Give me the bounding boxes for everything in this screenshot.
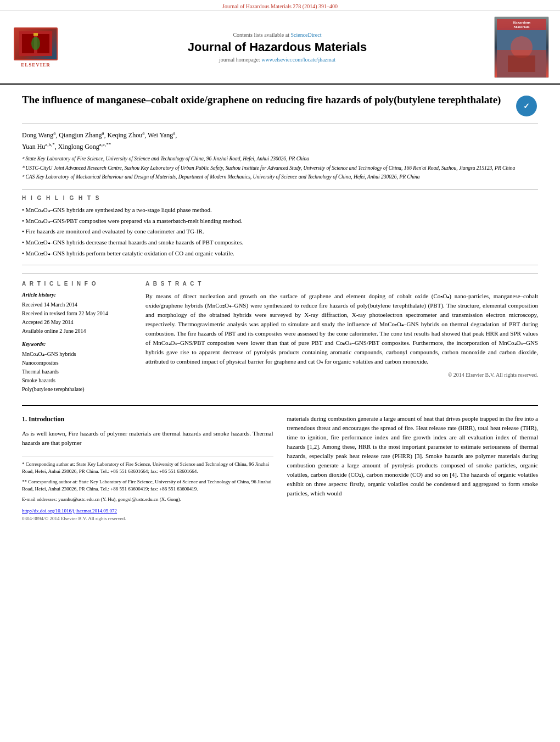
- article-info: A R T I C L E I N F O Article history: R…: [22, 280, 132, 394]
- crossmark-icon: ✓: [516, 96, 538, 118]
- page: Journal of Hazardous Materials 278 (2014…: [0, 0, 560, 742]
- abstract-section: A B S T R A C T By means of direct nucle…: [145, 280, 538, 394]
- keyword-1: MnCo₂O₄–GNS hybrids: [22, 350, 132, 359]
- author-yuan-hu: Yuan Hua,b,*,: [22, 143, 58, 150]
- svg-rect-4: [33, 33, 38, 36]
- svg-point-7: [511, 36, 533, 58]
- doi-line: http://dx.doi.org/10.1016/j.jhazmat.2014…: [22, 507, 273, 515]
- header-center: Contents lists available at ScienceDirec…: [66, 16, 489, 78]
- intro-right-text: materials during combustion generate a l…: [287, 414, 539, 498]
- introduction-heading: 1. Introduction: [22, 414, 273, 425]
- intro-left-text: As is well known, Fire hazards of polyme…: [22, 429, 273, 448]
- article-info-label: A R T I C L E I N F O: [22, 280, 132, 288]
- article-history-dates: Received 14 March 2014 Received in revis…: [22, 300, 132, 336]
- highlight-item-4: MnCo₂O₄–GNS hybrids decrease thermal haz…: [22, 238, 538, 248]
- accepted-date: Accepted 26 May 2014: [22, 318, 132, 327]
- journal-top-bar: Journal of Hazardous Materials 278 (2014…: [0, 0, 560, 11]
- highlights-label: H I G H L I G H T S: [22, 195, 538, 201]
- available-date: Available online 2 June 2014: [22, 327, 132, 336]
- highlight-item-5: MnCo₂O₄–GNS hybrids perform better catal…: [22, 249, 538, 259]
- main-content: The influence of manganese–cobalt oxide/…: [0, 85, 560, 531]
- authors: Dong Wanga, Qiangjun Zhanga, Keqing Zhou…: [22, 129, 538, 152]
- homepage-link[interactable]: www.elsevier.com/locate/jhazmat: [261, 57, 335, 63]
- article-history-label: Article history:: [22, 291, 132, 299]
- affiliations: ᵃ State Key Laboratory of Fire Science, …: [22, 155, 538, 181]
- keywords-label: Keywords:: [22, 340, 132, 348]
- affiliation-a: ᵃ State Key Laboratory of Fire Science, …: [22, 155, 538, 163]
- author-wei-yang: Wei Yanga,: [148, 131, 177, 139]
- received-date: Received 14 March 2014: [22, 300, 132, 309]
- abstract-text: By means of direct nucleation and growth…: [145, 292, 538, 366]
- body-right-column: materials during combustion generate a l…: [287, 414, 539, 522]
- abstract-label: A B S T R A C T: [145, 280, 538, 288]
- highlight-item-1: MnCo₂O₄–GNS hybrids are synthesized by a…: [22, 205, 538, 215]
- issn-line: 0304-3894/© 2014 Elsevier B.V. All right…: [22, 515, 273, 523]
- elsevier-text: ELSEVIER: [21, 62, 51, 68]
- svg-rect-8: [508, 55, 535, 72]
- highlights-list: MnCo₂O₄–GNS hybrids are synthesized by a…: [22, 205, 538, 258]
- copyright-line: © 2014 Elsevier B.V. All rights reserved…: [145, 371, 538, 380]
- highlight-item-2: MnCo₂O₄–GNS/PBT composites were prepared…: [22, 216, 538, 226]
- author-keqing-zhou: Keqing Zhoua,: [107, 131, 147, 139]
- email-line-text: E-mail addresses: yuanhu@ustc.edu.cn (Y.…: [22, 496, 181, 502]
- affiliation-b: ᵇ USTC-CityU Joint Advanced Research Cen…: [22, 164, 538, 172]
- journal-cover-image: HazardousMaterials: [494, 16, 549, 78]
- highlight-item-3: Fire hazards are monitored and evaluated…: [22, 227, 538, 237]
- sciencedirect-link[interactable]: ScienceDirect: [290, 32, 321, 38]
- body-left-column: 1. Introduction As is well known, Fire h…: [22, 414, 273, 522]
- keyword-4: Smoke hazards: [22, 376, 132, 385]
- article-title: The influence of manganese–cobalt oxide/…: [22, 93, 511, 108]
- footnote-star2-label: ** Corresponding author at:: [22, 479, 77, 484]
- affiliation-c: ᶜ CAS Key Laboratory of Mechanical Behav…: [22, 173, 538, 181]
- journal-title: Journal of Hazardous Materials: [66, 40, 489, 54]
- keyword-2: Nanocomposites: [22, 359, 132, 367]
- svg-text:✓: ✓: [523, 102, 530, 110]
- contents-available: Contents lists available at ScienceDirec…: [66, 32, 489, 38]
- footnotes-area: * Corresponding author at: State Key Lab…: [22, 456, 273, 523]
- header-area: ELSEVIER Contents lists available at Sci…: [0, 11, 560, 85]
- svg-point-3: [31, 37, 40, 50]
- footnote-star1: * Corresponding author at: State Key Lab…: [22, 461, 273, 476]
- author-xinglong-gong: Xinglong Gonga,c,**: [58, 143, 111, 150]
- keywords-list: MnCo₂O₄–GNS hybrids Nanocomposites Therm…: [22, 350, 132, 394]
- footnote-email: E-mail addresses: yuanhu@ustc.edu.cn (Y.…: [22, 496, 273, 504]
- author-dong-wang: Dong Wanga,: [22, 131, 59, 139]
- journal-citation: Journal of Hazardous Materials 278 (2014…: [222, 3, 338, 9]
- keyword-5: Poly(butylene terephthalate): [22, 385, 132, 394]
- article-title-section: The influence of manganese–cobalt oxide/…: [22, 93, 538, 124]
- article-info-abstract: A R T I C L E I N F O Article history: R…: [22, 274, 538, 394]
- publisher-logo: ELSEVIER: [11, 16, 60, 78]
- journal-homepage: journal homepage: www.elsevier.com/locat…: [66, 57, 489, 63]
- footnote-star2: ** Corresponding author at: State Key La…: [22, 478, 273, 493]
- footnote-star1-label: * Corresponding author at:: [22, 461, 75, 467]
- cover-label: HazardousMaterials: [497, 19, 546, 30]
- revised-date: Received in revised form 22 May 2014: [22, 309, 132, 318]
- keyword-3: Thermal hazards: [22, 367, 132, 376]
- author-qiangjun-zhang: Qiangjun Zhanga,: [59, 131, 107, 139]
- highlights-section: H I G H L I G H T S MnCo₂O₄–GNS hybrids …: [22, 189, 538, 265]
- elsevier-logo-graphic: [14, 27, 58, 60]
- body-section: 1. Introduction As is well known, Fire h…: [22, 405, 538, 522]
- crossmark-badge: ✓: [516, 96, 537, 116]
- doi-link[interactable]: http://dx.doi.org/10.1016/j.jhazmat.2014…: [22, 508, 117, 514]
